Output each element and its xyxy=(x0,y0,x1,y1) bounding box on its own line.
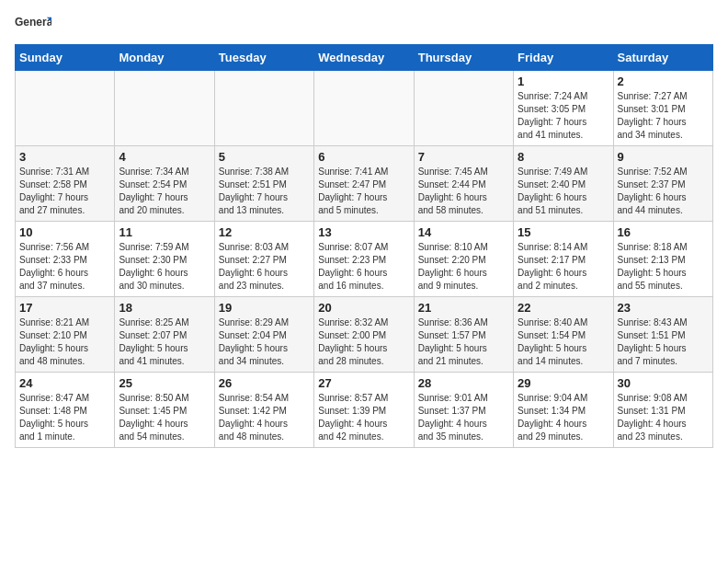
day-info: Sunrise: 7:49 AM Sunset: 2:40 PM Dayligh… xyxy=(518,166,609,217)
day-number: 5 xyxy=(219,150,310,164)
day-info: Sunrise: 7:45 AM Sunset: 2:44 PM Dayligh… xyxy=(418,166,509,217)
calendar-cell: 13Sunrise: 8:07 AM Sunset: 2:23 PM Dayli… xyxy=(314,222,414,297)
weekday-tuesday: Tuesday xyxy=(214,45,313,71)
day-number: 16 xyxy=(618,225,709,239)
day-number: 25 xyxy=(119,376,210,390)
day-number: 17 xyxy=(19,301,110,315)
calendar-cell: 3Sunrise: 7:31 AM Sunset: 2:58 PM Daylig… xyxy=(16,146,115,222)
calendar-cell: 16Sunrise: 8:18 AM Sunset: 2:13 PM Dayli… xyxy=(613,222,712,297)
calendar-cell xyxy=(214,71,313,146)
day-number: 9 xyxy=(618,150,709,164)
weekday-wednesday: Wednesday xyxy=(314,45,414,71)
day-info: Sunrise: 7:38 AM Sunset: 2:51 PM Dayligh… xyxy=(219,166,310,217)
weekday-friday: Friday xyxy=(514,45,613,71)
calendar-cell xyxy=(16,71,115,146)
weekday-sunday: Sunday xyxy=(16,45,115,71)
day-number: 27 xyxy=(318,376,409,390)
day-number: 11 xyxy=(119,225,210,239)
weekday-monday: Monday xyxy=(115,45,214,71)
day-info: Sunrise: 8:18 AM Sunset: 2:13 PM Dayligh… xyxy=(618,241,709,293)
day-info: Sunrise: 8:14 AM Sunset: 2:17 PM Dayligh… xyxy=(518,241,609,293)
day-info: Sunrise: 8:03 AM Sunset: 2:27 PM Dayligh… xyxy=(219,241,310,293)
calendar-cell xyxy=(314,71,414,146)
day-info: Sunrise: 8:10 AM Sunset: 2:20 PM Dayligh… xyxy=(418,241,509,293)
calendar-cell: 25Sunrise: 8:50 AM Sunset: 1:45 PM Dayli… xyxy=(115,373,214,448)
weekday-header-row: SundayMondayTuesdayWednesdayThursdayFrid… xyxy=(16,45,713,71)
day-info: Sunrise: 7:24 AM Sunset: 3:05 PM Dayligh… xyxy=(518,90,609,142)
calendar-cell: 26Sunrise: 8:54 AM Sunset: 1:42 PM Dayli… xyxy=(214,373,313,448)
day-info: Sunrise: 7:31 AM Sunset: 2:58 PM Dayligh… xyxy=(19,166,110,217)
day-number: 3 xyxy=(19,150,110,164)
day-number: 21 xyxy=(418,301,509,315)
day-info: Sunrise: 9:04 AM Sunset: 1:34 PM Dayligh… xyxy=(518,392,609,443)
day-number: 20 xyxy=(318,301,409,315)
day-number: 23 xyxy=(618,301,709,315)
day-number: 6 xyxy=(318,150,409,164)
calendar-week-1: 1Sunrise: 7:24 AM Sunset: 3:05 PM Daylig… xyxy=(16,71,713,146)
calendar-cell: 18Sunrise: 8:25 AM Sunset: 2:07 PM Dayli… xyxy=(115,297,214,373)
day-info: Sunrise: 7:56 AM Sunset: 2:33 PM Dayligh… xyxy=(19,241,110,293)
calendar-cell: 8Sunrise: 7:49 AM Sunset: 2:40 PM Daylig… xyxy=(514,146,613,222)
day-number: 28 xyxy=(418,376,509,390)
calendar-table: SundayMondayTuesdayWednesdayThursdayFrid… xyxy=(15,44,713,448)
calendar-cell: 17Sunrise: 8:21 AM Sunset: 2:10 PM Dayli… xyxy=(16,297,115,373)
day-info: Sunrise: 7:59 AM Sunset: 2:30 PM Dayligh… xyxy=(119,241,210,293)
calendar-body: 1Sunrise: 7:24 AM Sunset: 3:05 PM Daylig… xyxy=(16,71,713,448)
calendar-cell: 15Sunrise: 8:14 AM Sunset: 2:17 PM Dayli… xyxy=(514,222,613,297)
day-info: Sunrise: 8:54 AM Sunset: 1:42 PM Dayligh… xyxy=(219,392,310,443)
calendar-week-4: 17Sunrise: 8:21 AM Sunset: 2:10 PM Dayli… xyxy=(16,297,713,373)
calendar-cell xyxy=(115,71,214,146)
day-info: Sunrise: 8:40 AM Sunset: 1:54 PM Dayligh… xyxy=(518,316,609,368)
day-number: 22 xyxy=(518,301,609,315)
calendar-cell: 7Sunrise: 7:45 AM Sunset: 2:44 PM Daylig… xyxy=(414,146,513,222)
day-info: Sunrise: 7:34 AM Sunset: 2:54 PM Dayligh… xyxy=(119,166,210,217)
calendar-cell: 21Sunrise: 8:36 AM Sunset: 1:57 PM Dayli… xyxy=(414,297,513,373)
day-number: 13 xyxy=(318,225,409,239)
header: General xyxy=(15,15,713,35)
calendar-cell: 28Sunrise: 9:01 AM Sunset: 1:37 PM Dayli… xyxy=(414,373,513,448)
calendar-cell: 2Sunrise: 7:27 AM Sunset: 3:01 PM Daylig… xyxy=(613,71,712,146)
calendar-cell: 11Sunrise: 7:59 AM Sunset: 2:30 PM Dayli… xyxy=(115,222,214,297)
svg-text:General: General xyxy=(15,16,51,29)
calendar-week-5: 24Sunrise: 8:47 AM Sunset: 1:48 PM Dayli… xyxy=(16,373,713,448)
calendar-cell: 6Sunrise: 7:41 AM Sunset: 2:47 PM Daylig… xyxy=(314,146,414,222)
calendar-cell xyxy=(414,71,513,146)
calendar-cell: 5Sunrise: 7:38 AM Sunset: 2:51 PM Daylig… xyxy=(214,146,313,222)
logo-icon: General xyxy=(15,15,51,33)
day-info: Sunrise: 7:27 AM Sunset: 3:01 PM Dayligh… xyxy=(618,90,709,142)
day-info: Sunrise: 9:08 AM Sunset: 1:31 PM Dayligh… xyxy=(618,392,709,443)
day-info: Sunrise: 8:43 AM Sunset: 1:51 PM Dayligh… xyxy=(618,316,709,368)
calendar-cell: 24Sunrise: 8:47 AM Sunset: 1:48 PM Dayli… xyxy=(16,373,115,448)
calendar-week-3: 10Sunrise: 7:56 AM Sunset: 2:33 PM Dayli… xyxy=(16,222,713,297)
calendar-cell: 1Sunrise: 7:24 AM Sunset: 3:05 PM Daylig… xyxy=(514,71,613,146)
calendar-cell: 14Sunrise: 8:10 AM Sunset: 2:20 PM Dayli… xyxy=(414,222,513,297)
day-number: 26 xyxy=(219,376,310,390)
day-info: Sunrise: 8:47 AM Sunset: 1:48 PM Dayligh… xyxy=(19,392,110,443)
day-info: Sunrise: 7:52 AM Sunset: 2:37 PM Dayligh… xyxy=(618,166,709,217)
day-info: Sunrise: 8:57 AM Sunset: 1:39 PM Dayligh… xyxy=(318,392,409,443)
day-number: 30 xyxy=(618,376,709,390)
day-number: 10 xyxy=(19,225,110,239)
day-info: Sunrise: 8:07 AM Sunset: 2:23 PM Dayligh… xyxy=(318,241,409,293)
day-number: 18 xyxy=(119,301,210,315)
day-number: 8 xyxy=(518,150,609,164)
day-info: Sunrise: 9:01 AM Sunset: 1:37 PM Dayligh… xyxy=(418,392,509,443)
calendar-cell: 27Sunrise: 8:57 AM Sunset: 1:39 PM Dayli… xyxy=(314,373,414,448)
weekday-saturday: Saturday xyxy=(613,45,712,71)
day-info: Sunrise: 8:32 AM Sunset: 2:00 PM Dayligh… xyxy=(318,316,409,368)
day-number: 15 xyxy=(518,225,609,239)
day-info: Sunrise: 8:25 AM Sunset: 2:07 PM Dayligh… xyxy=(119,316,210,368)
day-info: Sunrise: 7:41 AM Sunset: 2:47 PM Dayligh… xyxy=(318,166,409,217)
day-number: 1 xyxy=(518,75,609,88)
day-number: 14 xyxy=(418,225,509,239)
day-number: 24 xyxy=(19,376,110,390)
logo: General xyxy=(15,15,51,35)
day-info: Sunrise: 8:36 AM Sunset: 1:57 PM Dayligh… xyxy=(418,316,509,368)
day-info: Sunrise: 8:21 AM Sunset: 2:10 PM Dayligh… xyxy=(19,316,110,368)
calendar-cell: 12Sunrise: 8:03 AM Sunset: 2:27 PM Dayli… xyxy=(214,222,313,297)
day-number: 19 xyxy=(219,301,310,315)
calendar-cell: 9Sunrise: 7:52 AM Sunset: 2:37 PM Daylig… xyxy=(613,146,712,222)
calendar-cell: 22Sunrise: 8:40 AM Sunset: 1:54 PM Dayli… xyxy=(514,297,613,373)
day-info: Sunrise: 8:50 AM Sunset: 1:45 PM Dayligh… xyxy=(119,392,210,443)
day-number: 7 xyxy=(418,150,509,164)
